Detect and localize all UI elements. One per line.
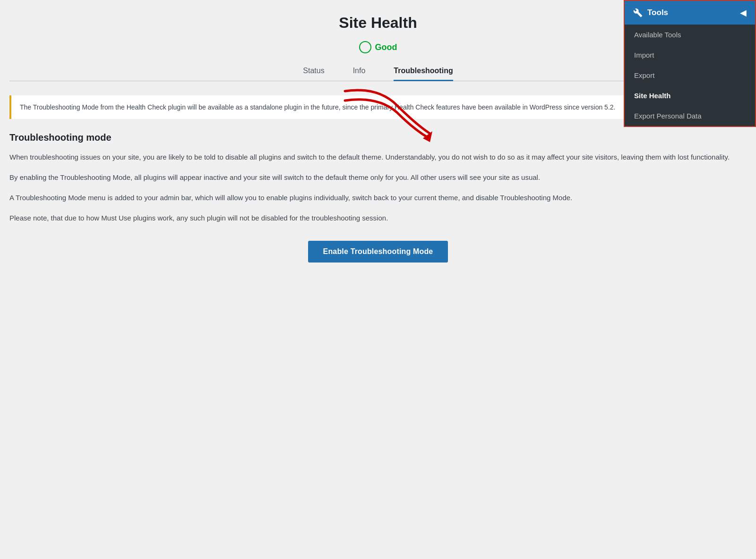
- sidebar-header-title: Tools: [647, 8, 668, 17]
- sidebar-header-left: Tools: [633, 8, 668, 17]
- sidebar-collapse-icon[interactable]: ◀: [740, 8, 747, 18]
- notice-text: The Troubleshooting Mode from the Health…: [20, 103, 615, 111]
- paragraph-4: Please note, that due to how Must Use pl…: [9, 212, 747, 224]
- tab-troubleshooting[interactable]: Troubleshooting: [394, 63, 453, 81]
- paragraph-2: By enabling the Troubleshooting Mode, al…: [9, 172, 747, 184]
- sidebar-menu: Tools ◀ Available Tools Import Export Si…: [624, 0, 756, 127]
- tab-status[interactable]: Status: [303, 63, 324, 81]
- status-circle: [359, 41, 371, 53]
- sidebar-item-site-health[interactable]: Site Health: [625, 85, 755, 106]
- paragraph-1: When troubleshooting issues on your site…: [9, 152, 747, 163]
- status-text: Good: [375, 42, 397, 52]
- sidebar-item-export-personal-data[interactable]: Export Personal Data: [625, 106, 755, 126]
- sidebar-item-import[interactable]: Import: [625, 45, 755, 65]
- tab-info[interactable]: Info: [353, 63, 366, 81]
- section-heading: Troubleshooting mode: [9, 132, 747, 143]
- sidebar-item-export[interactable]: Export: [625, 65, 755, 85]
- enable-button-wrapper: Enable Troubleshooting Mode: [9, 241, 747, 263]
- sidebar-header: Tools ◀: [625, 1, 755, 25]
- enable-troubleshooting-button[interactable]: Enable Troubleshooting Mode: [308, 241, 448, 263]
- wrench-icon: [633, 8, 643, 17]
- sidebar-item-available-tools[interactable]: Available Tools: [625, 25, 755, 45]
- paragraph-3: A Troubleshooting Mode menu is added to …: [9, 192, 747, 204]
